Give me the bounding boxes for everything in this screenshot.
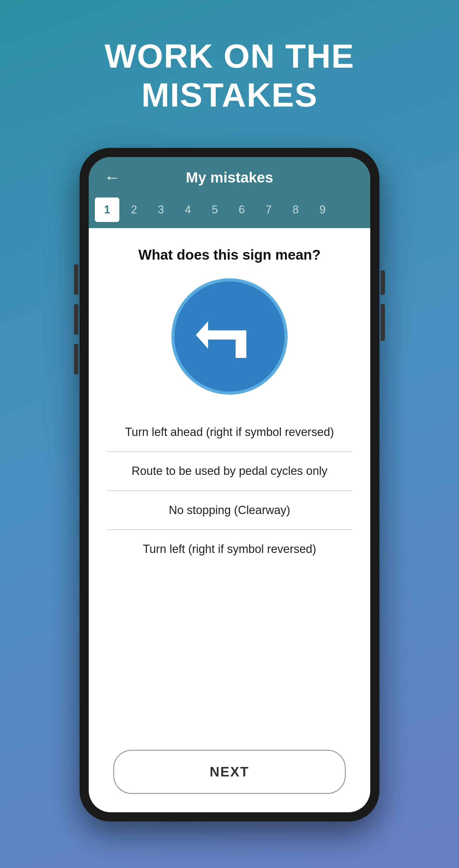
next-button[interactable]: NEXT	[113, 750, 346, 794]
answer-option-2[interactable]: Route to be used by pedal cycles only	[107, 452, 352, 491]
answer-option-4[interactable]: Turn left (right if symbol reversed)	[107, 530, 352, 568]
bottom-area: NEXT	[89, 741, 370, 812]
side-button-right-1	[381, 270, 385, 295]
side-button-left-1	[74, 264, 78, 295]
side-button-left-2	[74, 304, 78, 335]
tab-3[interactable]: 3	[149, 197, 173, 222]
tab-4[interactable]: 4	[176, 197, 200, 222]
page-title: WORK ON THE MISTAKES	[105, 37, 354, 114]
side-button-right-2	[381, 304, 385, 341]
sign-circle	[171, 278, 288, 395]
tab-5[interactable]: 5	[203, 197, 227, 222]
tab-7[interactable]: 7	[256, 197, 281, 222]
header-title: My mistakes	[186, 169, 273, 186]
content-area: What does this sign mean? Turn left ahea…	[89, 228, 370, 741]
back-button[interactable]: ←	[104, 169, 120, 185]
phone-screen: ← My mistakes 1 2 3 4 5 6 7	[89, 157, 370, 812]
turn-left-ahead-icon	[190, 297, 269, 376]
tab-1[interactable]: 1	[95, 197, 119, 222]
tab-8[interactable]: 8	[283, 197, 308, 222]
app-header: ← My mistakes	[89, 157, 370, 197]
tab-2[interactable]: 2	[122, 197, 146, 222]
question-text: What does this sign mean?	[138, 246, 321, 263]
tab-6[interactable]: 6	[230, 197, 254, 222]
answer-option-3[interactable]: No stopping (Clearway)	[107, 491, 352, 530]
tabs-row: 1 2 3 4 5 6 7 8 9	[89, 197, 370, 228]
side-button-left-3	[74, 344, 78, 374]
answer-option-1[interactable]: Turn left ahead (right if symbol reverse…	[107, 413, 352, 452]
phone-frame: ← My mistakes 1 2 3 4 5 6 7	[79, 148, 380, 822]
road-sign	[171, 278, 288, 395]
tab-9[interactable]: 9	[310, 197, 335, 222]
answers-list: Turn left ahead (right if symbol reverse…	[107, 413, 352, 568]
